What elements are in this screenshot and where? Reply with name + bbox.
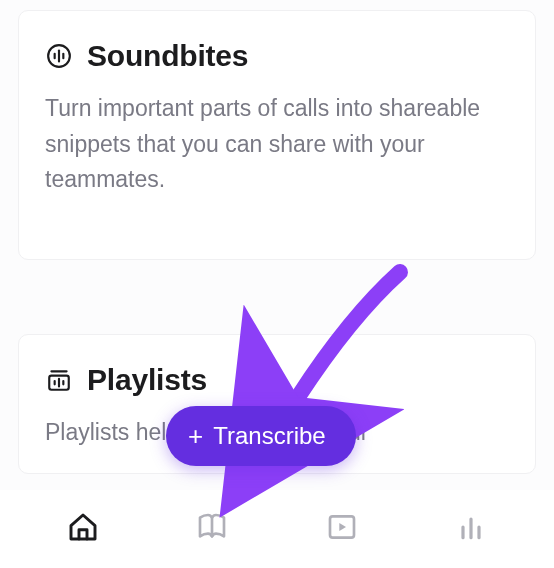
nav-home[interactable] — [65, 511, 101, 547]
soundbites-card[interactable]: Soundbites Turn important parts of calls… — [18, 10, 536, 260]
nav-stats[interactable] — [453, 511, 489, 547]
waveform-circle-icon — [45, 42, 73, 70]
bottom-nav — [0, 490, 554, 568]
nav-library[interactable] — [194, 511, 230, 547]
playlists-title: Playlists — [87, 363, 207, 397]
bars-icon — [455, 511, 487, 547]
soundbites-title: Soundbites — [87, 39, 248, 73]
nav-play[interactable] — [324, 511, 360, 547]
play-icon — [326, 511, 358, 547]
soundbites-description: Turn important parts of calls into share… — [45, 91, 509, 198]
plus-icon: + — [188, 423, 203, 449]
book-icon — [196, 511, 228, 547]
playlist-rect-icon — [45, 366, 73, 394]
soundbites-header: Soundbites — [45, 39, 509, 73]
screen: Soundbites Turn important parts of calls… — [0, 0, 554, 568]
transcribe-label: Transcribe — [213, 422, 325, 450]
home-icon — [67, 511, 99, 547]
playlists-header: Playlists — [45, 363, 509, 397]
transcribe-button[interactable]: + Transcribe — [166, 406, 356, 466]
